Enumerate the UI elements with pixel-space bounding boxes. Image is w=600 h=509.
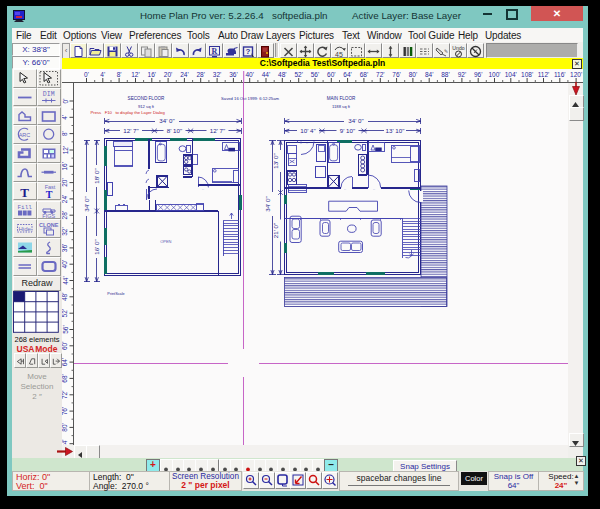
svg-text:84': 84' <box>425 71 433 78</box>
svg-text:92': 92' <box>458 71 466 78</box>
svg-text:20': 20' <box>62 178 69 186</box>
svg-text:16': 16' <box>148 71 156 78</box>
svg-text:MAIN FLOOR: MAIN FLOOR <box>327 96 356 101</box>
svg-text:SECOND FLOOR: SECOND FLOOR <box>128 96 165 101</box>
svg-text:12': 12' <box>131 71 139 78</box>
svg-text:4': 4' <box>100 71 105 78</box>
svg-text:CLONE: CLONE <box>39 222 59 228</box>
svg-text:··: ·· <box>202 187 205 192</box>
svg-text:10' 4": 10' 4" <box>300 127 315 134</box>
svg-text:34' 0": 34' 0" <box>159 117 174 124</box>
svg-text:?: ? <box>246 47 251 56</box>
svg-text:60': 60' <box>327 71 335 78</box>
svg-text:112': 112' <box>538 71 550 78</box>
svg-text:44': 44' <box>62 276 69 284</box>
svg-text:R: R <box>212 47 218 56</box>
svg-text:36': 36' <box>62 244 69 252</box>
svg-text:FIGS: FIGS <box>42 212 55 218</box>
svg-text:34' 0": 34' 0" <box>348 117 363 124</box>
svg-text:44': 44' <box>262 71 270 78</box>
svg-text:120': 120' <box>570 71 582 78</box>
svg-text:80': 80' <box>62 423 69 431</box>
svg-text:1188 sq ft: 1188 sq ft <box>332 104 351 109</box>
svg-text:48': 48' <box>62 293 69 301</box>
svg-text:13' 0": 13' 0" <box>272 153 279 168</box>
svg-text:32': 32' <box>213 71 221 78</box>
svg-text:24': 24' <box>180 71 188 78</box>
svg-text:12' 7": 12' 7" <box>210 127 225 134</box>
svg-text:21' 0": 21' 0" <box>272 223 279 238</box>
svg-text:Undo: Undo <box>452 45 465 51</box>
svg-text:72': 72' <box>376 71 384 78</box>
svg-text:56': 56' <box>62 325 69 333</box>
svg-text:8' 10": 8' 10" <box>167 127 182 134</box>
svg-text:34' 0": 34' 0" <box>264 196 271 211</box>
svg-text:52': 52' <box>294 71 302 78</box>
svg-text:60': 60' <box>62 342 69 350</box>
svg-text:··: ·· <box>373 187 376 192</box>
svg-text:✎: ✎ <box>444 48 448 54</box>
svg-text:116': 116' <box>554 71 566 78</box>
svg-text:PrintScale: PrintScale <box>107 292 124 296</box>
svg-text:16' 0": 16' 0" <box>93 239 100 254</box>
svg-text:28': 28' <box>62 211 69 219</box>
svg-text:34' 0": 34' 0" <box>83 196 90 211</box>
svg-text:20': 20' <box>164 71 172 78</box>
svg-text:12' 7": 12' 7" <box>123 127 138 134</box>
svg-text:Hide: Hide <box>19 226 32 232</box>
svg-text:80': 80' <box>409 71 417 78</box>
svg-text:64': 64' <box>343 71 351 78</box>
svg-text:68': 68' <box>62 374 69 382</box>
svg-text:40': 40' <box>62 260 69 268</box>
svg-text:9' 10": 9' 10" <box>340 127 355 134</box>
svg-text:68': 68' <box>360 71 368 78</box>
svg-text:40': 40' <box>245 71 253 78</box>
svg-text:··: ·· <box>306 141 309 146</box>
svg-text:36': 36' <box>229 71 237 78</box>
svg-text:Press F10 to display the L: Press F10 to display the Layer Dialog <box>91 110 166 115</box>
svg-text:··: ·· <box>344 187 347 192</box>
svg-text:76': 76' <box>392 71 400 78</box>
svg-text:4': 4' <box>62 115 69 120</box>
svg-text:ARC: ARC <box>19 132 31 138</box>
svg-text:96': 96' <box>474 71 482 78</box>
svg-text:912 sq ft: 912 sq ft <box>138 104 155 109</box>
svg-text:Saved 16 Oct 1999: 6:12:25am: Saved 16 Oct 1999: 6:12:25am <box>221 96 279 101</box>
svg-text:8': 8' <box>117 71 122 78</box>
svg-text:16': 16' <box>62 162 69 170</box>
svg-text:0': 0' <box>84 71 89 78</box>
svg-text:8': 8' <box>62 131 69 136</box>
svg-text:12': 12' <box>62 146 69 154</box>
svg-text:64': 64' <box>62 358 69 366</box>
svg-text:72': 72' <box>62 391 69 399</box>
svg-text:18' 0": 18' 0" <box>93 168 100 183</box>
svg-text:OPEN: OPEN <box>160 239 171 244</box>
svg-text:13' 10": 13' 10" <box>386 127 405 134</box>
svg-text:24': 24' <box>62 195 69 203</box>
svg-text:Fill: Fill <box>17 204 32 211</box>
svg-text:DIM: DIM <box>43 91 55 98</box>
svg-text:76': 76' <box>62 407 69 415</box>
svg-text:108': 108' <box>521 71 533 78</box>
svg-text:T: T <box>46 188 53 199</box>
svg-text:45: 45 <box>335 51 343 58</box>
svg-text:48': 48' <box>278 71 286 78</box>
svg-text:56': 56' <box>311 71 319 78</box>
svg-text:T: T <box>20 184 29 199</box>
svg-text:88': 88' <box>441 71 449 78</box>
svg-text:28': 28' <box>196 71 204 78</box>
svg-text:52': 52' <box>62 309 69 317</box>
svg-text:104': 104' <box>505 71 517 78</box>
svg-text:32': 32' <box>62 227 69 235</box>
svg-text:100': 100' <box>488 71 500 78</box>
svg-text:0': 0' <box>62 99 69 104</box>
